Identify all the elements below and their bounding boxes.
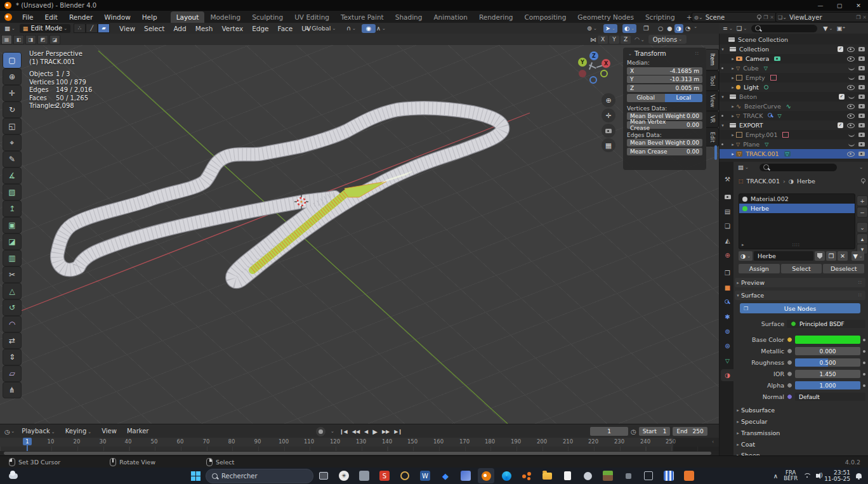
visibility-dropdown[interactable]: ⊚⌄ bbox=[585, 24, 599, 33]
tool-knife[interactable]: ✂ bbox=[3, 266, 22, 283]
maximize-button[interactable]: ▢ bbox=[830, 0, 849, 11]
notification-bell-icon[interactable] bbox=[856, 473, 862, 478]
weather-icon[interactable] bbox=[5, 468, 22, 483]
tool-measure[interactable]: ∡ bbox=[3, 167, 22, 184]
tool-annotate[interactable]: ✎ bbox=[3, 151, 22, 167]
render-visibility-icon[interactable] bbox=[858, 123, 865, 128]
menu-view[interactable]: View bbox=[115, 23, 140, 34]
gizmo-x-axis[interactable]: X bbox=[602, 59, 610, 68]
surface-panel-header[interactable]: ▾Surface∷ bbox=[735, 291, 865, 300]
blue-gem-icon[interactable]: ◆ bbox=[437, 468, 454, 483]
add-slot-button[interactable]: + bbox=[857, 195, 868, 206]
wifi-icon[interactable] bbox=[803, 473, 810, 478]
shading-rendered-button[interactable]: ◔ bbox=[683, 24, 692, 33]
pan-hand-icon[interactable]: ✛ bbox=[602, 108, 615, 122]
hide-icon[interactable] bbox=[847, 104, 855, 109]
properties-editor-icon[interactable]: ▤⌄ bbox=[736, 163, 751, 172]
animate-dot[interactable] bbox=[863, 373, 865, 376]
deselect-button[interactable]: Deselect bbox=[823, 264, 864, 273]
render-visibility-icon[interactable] bbox=[858, 95, 865, 99]
word-icon[interactable]: W bbox=[417, 468, 433, 483]
sidebar-tab-item[interactable]: Item bbox=[706, 49, 719, 70]
render-visibility-icon[interactable] bbox=[858, 56, 865, 61]
outliner-row-export[interactable]: ▾ EXPORT ✓ bbox=[720, 121, 868, 130]
animate-dot[interactable] bbox=[863, 384, 865, 387]
remove-slot-button[interactable]: − bbox=[857, 207, 868, 218]
play-button[interactable]: ▶ bbox=[371, 428, 379, 436]
render-visibility-icon[interactable] bbox=[858, 104, 865, 108]
notepad-icon[interactable] bbox=[559, 468, 575, 483]
new-scene-icon[interactable]: ❐ bbox=[763, 15, 768, 20]
start-button[interactable] bbox=[187, 468, 204, 483]
outliner-row-track[interactable]: ▸▽ TRACK ▽ bbox=[720, 111, 868, 121]
start-frame-field[interactable]: Start1 bbox=[639, 427, 671, 436]
mean-bevel-weight-edge-field[interactable]: Mean Bevel Weight0.00 bbox=[627, 139, 702, 147]
tab-modifiers[interactable] bbox=[721, 296, 734, 308]
falloff-icon[interactable]: ◠⌄ bbox=[635, 36, 645, 43]
gizmo-y-axis[interactable]: Y bbox=[578, 58, 587, 67]
workspace-tab-uv-editing[interactable]: UV Editing bbox=[289, 11, 335, 23]
tool-poly-build[interactable]: △ bbox=[3, 283, 22, 299]
blender-menu-icon[interactable] bbox=[4, 13, 12, 21]
base-color-swatch[interactable] bbox=[795, 336, 860, 344]
roughness-slider[interactable]: 0.500 bbox=[795, 358, 860, 367]
use-nodes-button[interactable]: ❒ Use Nodes bbox=[740, 303, 860, 313]
zoom-icon[interactable]: ⊕ bbox=[602, 93, 615, 107]
snap-magnet-button[interactable]: ∩⌄ bbox=[345, 24, 358, 33]
outliner-search-input[interactable] bbox=[751, 25, 817, 32]
tool-bevel[interactable]: ◪ bbox=[3, 233, 22, 250]
unlink-material-icon[interactable]: ✕ bbox=[838, 251, 848, 261]
tab-render[interactable] bbox=[721, 191, 734, 203]
hide-icon[interactable] bbox=[847, 85, 855, 90]
tool-shrink-fatten[interactable]: ⇕ bbox=[3, 349, 22, 365]
transform-panel-title[interactable]: Transform bbox=[635, 50, 666, 57]
panel-drag-dots[interactable]: ∷ bbox=[695, 51, 699, 56]
outliner-row-light[interactable]: ▸ Light bbox=[720, 82, 868, 92]
overlays-dropdown[interactable]: ◐⌄ bbox=[622, 24, 636, 33]
tool-loop-cut[interactable]: ▥ bbox=[3, 250, 22, 266]
tab-tool[interactable]: ⚒ bbox=[721, 173, 734, 185]
tool-inset-faces[interactable]: ▣ bbox=[3, 217, 22, 233]
hidden-icon[interactable] bbox=[848, 75, 855, 80]
global-button[interactable]: Global bbox=[627, 94, 665, 102]
normal-dropdown[interactable]: Default bbox=[795, 393, 865, 401]
outliner-row-track-001[interactable]: ▸▽ TRACK.001 ▽ bbox=[720, 149, 868, 159]
sidebar-scroll-indicator[interactable] bbox=[714, 145, 717, 160]
timeline-track-area[interactable] bbox=[0, 447, 719, 451]
playhead-line[interactable] bbox=[27, 445, 28, 451]
sidebar-tab-edit[interactable]: Edit bbox=[706, 128, 719, 147]
workspace-tab-rendering[interactable]: Rendering bbox=[473, 11, 519, 23]
hide-icon[interactable] bbox=[847, 56, 855, 62]
app-blue2-icon[interactable] bbox=[661, 468, 677, 483]
outliner-row-empty-001[interactable]: ▸ Empty.001 bbox=[720, 130, 868, 140]
tab-world[interactable]: ⊕ bbox=[721, 249, 734, 261]
workspace-tab-animation[interactable]: Animation bbox=[428, 11, 473, 23]
minecraft-icon[interactable] bbox=[600, 468, 616, 483]
workspace-tab-layout[interactable]: Layout bbox=[171, 11, 205, 23]
mean-crease-field[interactable]: Mean Crease0.00 bbox=[627, 148, 702, 155]
gizmo-z-axis[interactable]: Z bbox=[589, 51, 598, 60]
render-visibility-icon[interactable] bbox=[858, 114, 865, 118]
face-select-button[interactable]: ▰ bbox=[98, 23, 110, 33]
pin-id-icon[interactable] bbox=[860, 178, 865, 183]
speaker-icon[interactable] bbox=[816, 474, 819, 478]
outliner-row-beziercurve[interactable]: ▸∿ BezierCurve ∿ bbox=[720, 101, 868, 111]
unlink-scene-icon[interactable]: ✕ bbox=[770, 15, 774, 20]
taskbar-search[interactable]: Rechercher bbox=[206, 469, 313, 483]
menu-select[interactable]: Select bbox=[140, 23, 169, 34]
outliner-row-cube[interactable]: ▸▽ Cube ▽ bbox=[720, 63, 868, 73]
close-button[interactable]: ✕ bbox=[849, 0, 868, 11]
select-mode-invert[interactable]: ◩ bbox=[37, 35, 48, 44]
new-collection-icon[interactable]: ▣⁺ bbox=[834, 24, 847, 33]
outliner-filter-icon[interactable]: ▼⌄ bbox=[821, 24, 834, 33]
workspace-tab-sculpting[interactable]: Sculpting bbox=[246, 11, 289, 23]
hide-icon[interactable] bbox=[847, 123, 855, 128]
alpha-slider[interactable]: 1.000 bbox=[795, 381, 860, 389]
preview-panel-header[interactable]: ▸Preview∷ bbox=[735, 278, 865, 287]
falloff-dropdown[interactable]: ∧⌄ bbox=[374, 24, 388, 33]
menu-render[interactable]: Render bbox=[63, 11, 98, 23]
mirror-icon[interactable]: ⋈ bbox=[590, 36, 596, 43]
material-name-field[interactable]: Herbe bbox=[754, 251, 813, 261]
use-preview-range-icon[interactable]: ◷ bbox=[631, 428, 636, 435]
viewport-canvas[interactable]: User Perspective (1) TRACK.001 Objects1 … bbox=[0, 45, 719, 424]
